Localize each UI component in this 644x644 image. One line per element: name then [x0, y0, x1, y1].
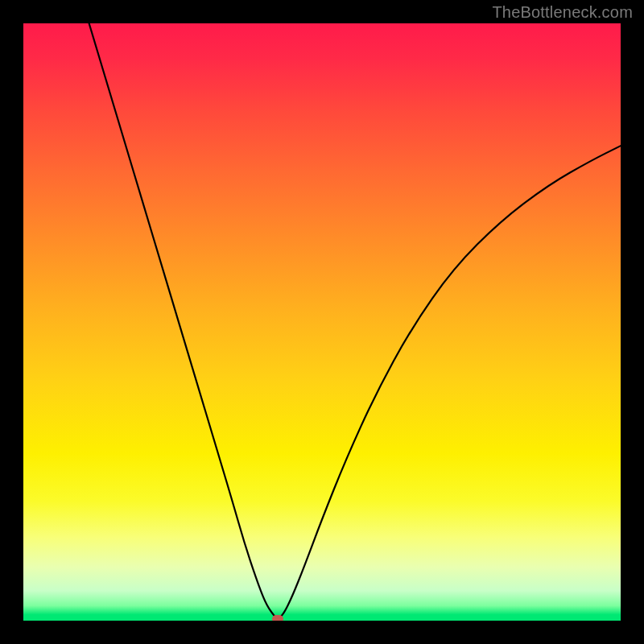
watermark-text: TheBottleneck.com: [492, 3, 633, 22]
minimum-marker: [272, 615, 283, 621]
plot-area: [23, 23, 621, 621]
bottleneck-curve: [23, 23, 621, 621]
curve-path: [89, 23, 621, 617]
outer-frame: TheBottleneck.com: [0, 0, 644, 644]
